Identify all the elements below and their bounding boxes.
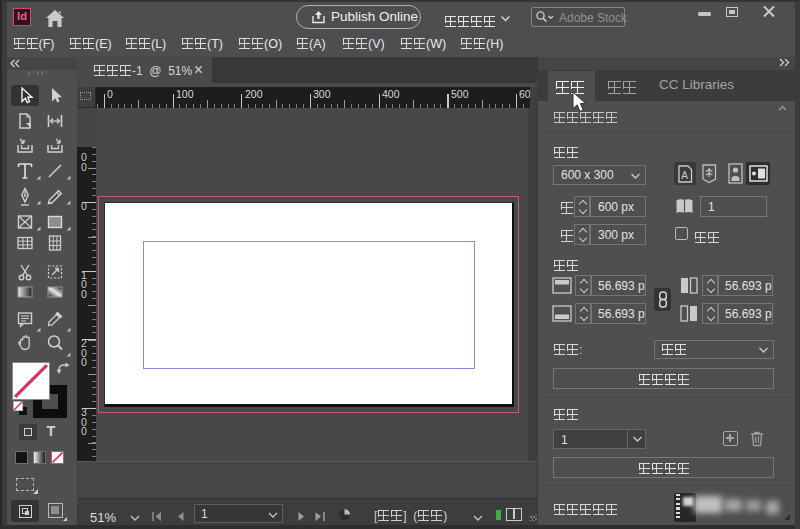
svg-text:A: A	[681, 170, 688, 181]
